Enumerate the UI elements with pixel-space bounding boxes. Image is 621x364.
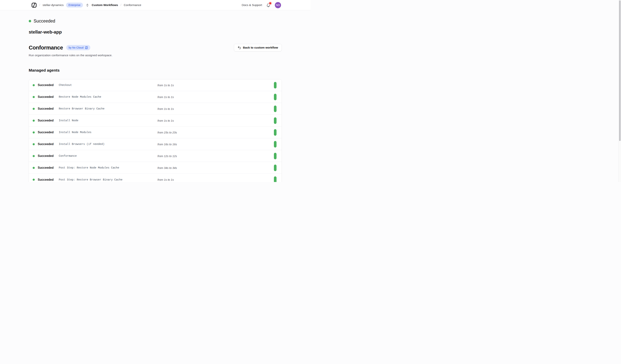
- row-duration: from 12s to 12s: [157, 155, 274, 158]
- row-timeline-bar: [274, 176, 276, 182]
- page-title: Conformance: [29, 45, 63, 51]
- row-timeline-bar: [274, 129, 276, 136]
- breadcrumb-section[interactable]: Custom Workflows: [92, 3, 118, 7]
- agent-row[interactable]: Succeeded Conformance from 12s to 12s: [29, 150, 282, 162]
- row-timeline-bar: [274, 82, 276, 88]
- row-duration: from 34s to 34s: [157, 166, 274, 169]
- row-status-label: Succeeded: [38, 154, 59, 158]
- breadcrumb: / stellar-dynamics Enterprise Custom Wor…: [29, 2, 141, 8]
- row-task-name: Install Node: [59, 119, 157, 122]
- row-duration: from 23s to 23s: [157, 131, 274, 134]
- nav-actions: Docs & Support NO: [242, 2, 282, 8]
- enterprise-badge[interactable]: Enterprise: [66, 3, 83, 7]
- row-duration: from 1s to 1s: [157, 95, 274, 99]
- row-timeline-bar: [274, 153, 276, 159]
- row-status-label: Succeeded: [38, 166, 59, 169]
- managed-agents-heading: Managed agents: [29, 68, 282, 73]
- back-button-label: Back to custom workflow: [243, 46, 278, 49]
- breadcrumb-page[interactable]: Conformance: [124, 3, 141, 7]
- row-status-label: Succeeded: [38, 142, 59, 146]
- row-task-name: Install Node Modules: [59, 131, 157, 134]
- status-success-dot: [33, 131, 35, 133]
- row-task-name: Install Browsers (if needed): [59, 143, 157, 146]
- row-timeline-bar: [274, 94, 276, 100]
- section-description: Run organization conformance rules on th…: [29, 54, 282, 57]
- row-task-name: Restore Node Modules Cache: [59, 95, 157, 98]
- main-content: Succeeded stellar-web-app Conformance by…: [29, 18, 282, 182]
- run-status: Succeeded: [29, 18, 282, 24]
- agent-row[interactable]: Succeeded Restore Browser Binary Cache f…: [29, 103, 282, 115]
- avatar[interactable]: NO: [275, 2, 281, 8]
- agent-row[interactable]: Succeeded Checkout from 1s to 1s: [29, 79, 282, 91]
- row-task-name: Conformance: [59, 155, 157, 158]
- status-success-dot: [33, 120, 35, 122]
- status-success-dot: [33, 108, 35, 110]
- agent-row[interactable]: Succeeded Install Node Modules from 23s …: [29, 127, 282, 138]
- workspace-title: stellar-web-app: [29, 30, 282, 35]
- row-status-label: Succeeded: [38, 95, 59, 99]
- chevron-up-down-icon[interactable]: [86, 3, 89, 7]
- row-duration: from 1s to 1s: [157, 119, 274, 122]
- by-nx-cloud-badge[interactable]: by Nx Cloud: [66, 45, 90, 50]
- status-success-dot: [29, 20, 31, 22]
- row-status-label: Succeeded: [38, 107, 59, 111]
- breadcrumb-separator: /: [39, 3, 40, 7]
- row-duration: from 1s to 1s: [157, 178, 274, 181]
- row-timeline-bar: [274, 117, 276, 124]
- row-status-label: Succeeded: [38, 83, 59, 87]
- status-success-dot: [33, 167, 35, 169]
- agent-row[interactable]: Succeeded Restore Node Modules Cache fro…: [29, 91, 282, 103]
- agent-row[interactable]: Succeeded Install Browsers (if needed) f…: [29, 138, 282, 150]
- row-timeline-bar: [274, 106, 276, 112]
- arrow-uturn-left-icon: [238, 46, 241, 49]
- section-header: Conformance by Nx Cloud Back to custom w…: [29, 44, 282, 51]
- badge-label: by Nx Cloud: [69, 46, 84, 49]
- bell-icon[interactable]: [266, 3, 271, 7]
- status-success-dot: [33, 84, 35, 86]
- status-success-dot: [33, 179, 35, 181]
- status-success-dot: [33, 155, 35, 157]
- row-status-label: Succeeded: [38, 119, 59, 122]
- notification-dot: [269, 2, 271, 4]
- row-task-name: Checkout: [59, 84, 157, 87]
- top-nav-inner: / stellar-dynamics Enterprise Custom Wor…: [29, 0, 282, 10]
- row-duration: from 1s to 1s: [157, 84, 274, 87]
- status-success-dot: [33, 143, 35, 145]
- row-task-name: Post Step: Restore Browser Binary Cache: [59, 178, 157, 181]
- breadcrumb-separator: /: [121, 3, 121, 7]
- nx-logo[interactable]: [31, 2, 37, 8]
- agent-row[interactable]: Succeeded Install Node from 1s to 1s: [29, 115, 282, 127]
- row-timeline-bar: [274, 165, 276, 171]
- agent-row[interactable]: Succeeded Post Step: Restore Node Module…: [29, 162, 282, 174]
- top-nav: / stellar-dynamics Enterprise Custom Wor…: [0, 0, 310, 10]
- back-to-custom-workflow-button[interactable]: Back to custom workflow: [234, 44, 282, 51]
- row-task-name: Post Step: Restore Node Modules Cache: [59, 166, 157, 169]
- managed-agents-list: Succeeded Checkout from 1s to 1s Succeed…: [29, 79, 282, 182]
- section-header-left: Conformance by Nx Cloud: [29, 45, 90, 51]
- row-task-name: Restore Browser Binary Cache: [59, 107, 157, 110]
- row-timeline-bar: [274, 141, 276, 147]
- docs-support-link[interactable]: Docs & Support: [242, 3, 262, 7]
- breadcrumb-org[interactable]: stellar-dynamics: [43, 3, 64, 7]
- status-success-dot: [33, 96, 35, 98]
- status-label: Succeeded: [34, 18, 55, 24]
- row-duration: from 16s to 16s: [157, 143, 274, 146]
- row-status-label: Succeeded: [38, 131, 59, 134]
- nx-logo-icon: [85, 46, 88, 49]
- row-status-label: Succeeded: [38, 178, 59, 181]
- row-duration: from 1s to 1s: [157, 107, 274, 111]
- agent-row[interactable]: Succeeded Post Step: Restore Browser Bin…: [29, 174, 282, 182]
